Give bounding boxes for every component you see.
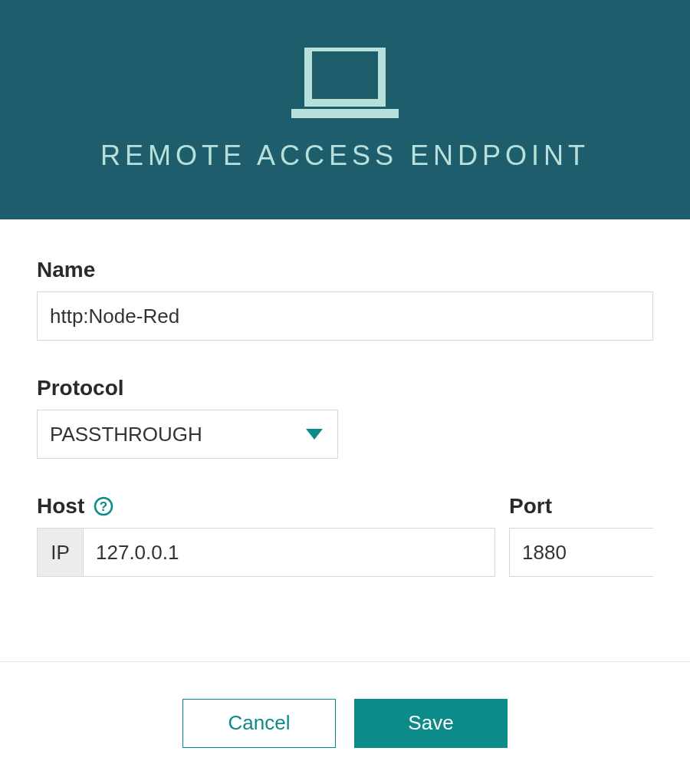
svg-text:?: ? [100, 499, 107, 514]
form-area: Name Protocol Host ? IP [0, 219, 690, 661]
cancel-button[interactable]: Cancel [182, 699, 336, 748]
host-prefix-label: IP [38, 529, 84, 576]
name-field-group: Name [37, 258, 653, 341]
port-field-group: Port [509, 494, 653, 577]
host-label-text: Host [37, 494, 84, 519]
host-port-row: Host ? IP Port [37, 494, 653, 577]
svg-rect-0 [308, 48, 382, 103]
host-label: Host ? [37, 494, 495, 519]
dialog-title: REMOTE ACCESS ENDPOINT [100, 140, 590, 172]
dialog-header: REMOTE ACCESS ENDPOINT [0, 0, 690, 219]
host-input-wrap: IP [37, 528, 495, 577]
protocol-select-wrapper [37, 410, 338, 459]
port-input[interactable] [510, 529, 690, 576]
laptop-icon [291, 48, 399, 118]
host-input[interactable] [84, 529, 495, 576]
protocol-select[interactable] [37, 410, 338, 459]
help-icon[interactable]: ? [94, 496, 113, 516]
protocol-field-group: Protocol [37, 376, 653, 459]
name-label: Name [37, 258, 653, 282]
svg-rect-1 [291, 109, 399, 118]
save-button[interactable]: Save [354, 699, 508, 748]
port-label: Port [509, 494, 653, 519]
dialog-footer: Cancel Save [0, 661, 690, 784]
port-input-wrap [509, 528, 653, 577]
protocol-label: Protocol [37, 376, 653, 400]
host-field-group: Host ? IP [37, 494, 495, 577]
name-input[interactable] [37, 292, 653, 341]
